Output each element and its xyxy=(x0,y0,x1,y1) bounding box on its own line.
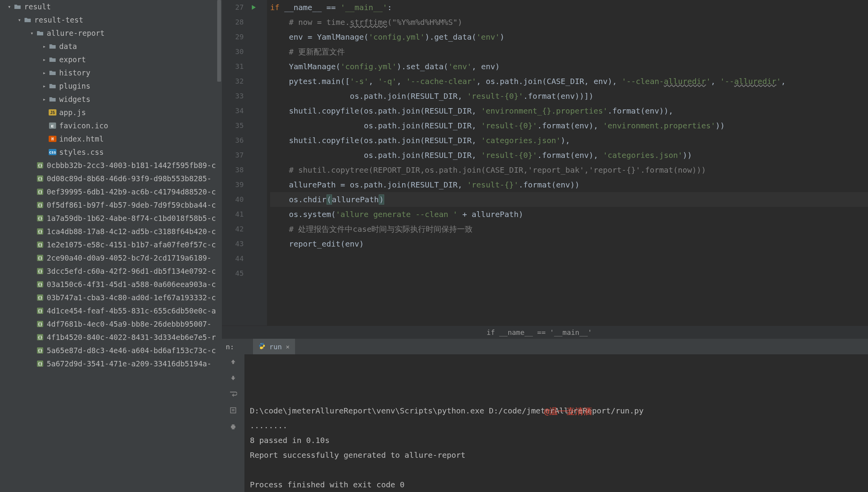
code-line[interactable]: pytest.main(['-s', '-q', '--cache-clear'… xyxy=(270,74,868,89)
tree-file[interactable]: {}4d1ce454-feaf-4b55-831c-655c6db50e0c-a xyxy=(0,304,222,317)
tree-folder[interactable]: ▸widgets xyxy=(0,93,222,106)
tree-file[interactable]: JSapp.js xyxy=(0,106,222,119)
line-number: 27 xyxy=(222,0,244,15)
tree-folder[interactable]: ▸export xyxy=(0,53,222,66)
line-number: 31 xyxy=(222,59,244,74)
tree-file[interactable]: {}5a65e87d-d8c3-4e46-a604-bd6af153c73c-c xyxy=(0,344,222,357)
line-number: 29 xyxy=(222,30,244,44)
line-number: 39 xyxy=(222,177,244,192)
code-line[interactable]: # now = time.strftime("%Y%m%d%H%M%S") xyxy=(270,15,868,30)
code-line[interactable]: YamlManage('config.yml').set_data('env',… xyxy=(270,59,868,74)
close-icon[interactable]: ✕ xyxy=(286,343,290,350)
run-tab[interactable]: run ✕ xyxy=(253,339,295,354)
tree-file[interactable]: {}03a150c6-4f31-45d1-a588-0a606eea903a-c xyxy=(0,278,222,291)
chevron-right-icon: ▸ xyxy=(40,56,48,63)
tree-file[interactable]: {}0ef39995-6db1-42b9-ac6b-c41794d88520-c xyxy=(0,185,222,198)
tree-file[interactable]: {}0f5df861-b97f-4b57-9deb-7d9f59cbba44-c… xyxy=(0,198,222,212)
tree-item-label: 3dcc5efd-c60a-42f2-96d1-db5f134e0792-cc xyxy=(47,267,220,275)
line-number: 35 xyxy=(222,118,244,133)
code-line[interactable]: allurePath = os.path.join(RESULT_DIR, 'r… xyxy=(270,177,868,192)
chevron-down-icon: ▾ xyxy=(16,17,23,23)
tree-item-label: favicon.ico xyxy=(59,121,108,130)
console-toolbar xyxy=(222,354,244,492)
tree-item-label: widgets xyxy=(59,95,90,103)
chevron-down-icon: ▾ xyxy=(5,4,13,10)
tree-item-label: 1a7a59db-1b62-4abe-8f74-c1bd018f58b5-c xyxy=(47,214,216,222)
project-tree-panel: ▾result▾result-test▾allure-report▸data▸e… xyxy=(0,0,222,492)
console-output[interactable]: @温一壶清酒 D:\code\jmeterAllureReport\venv\S… xyxy=(244,354,868,492)
tree-file[interactable]: ◧favicon.ico xyxy=(0,119,222,132)
line-number: 42 xyxy=(222,222,244,236)
code-line[interactable]: os.path.join(RESULT_DIR, 'result-{0}'.fo… xyxy=(270,118,868,133)
sidebar-scrollbar[interactable] xyxy=(216,0,222,492)
tree-item-label: 5a65e87d-d8c3-4e46-a604-bd6af153c73c-c xyxy=(47,346,216,355)
tree-file[interactable]: {}0cbbb32b-2cc3-4003-b181-1442f595fb89-c xyxy=(0,159,222,172)
tool-window-label: n: xyxy=(226,343,234,351)
tree-item-label: result xyxy=(24,2,51,11)
code-line[interactable]: shutil.copyfile(os.path.join(RESULT_DIR,… xyxy=(270,103,868,118)
tree-folder[interactable]: ▸history xyxy=(0,66,222,79)
tree-item-label: 0ef39995-6db1-42b9-ac6b-c41794d88520-c xyxy=(47,187,216,196)
tree-item-label: result-test xyxy=(34,16,83,24)
code-line[interactable]: # 更新配置文件 xyxy=(270,44,868,59)
code-line[interactable]: report_edit(env) xyxy=(270,236,868,251)
line-number: 43 xyxy=(222,236,244,251)
line-number: 30 xyxy=(222,44,244,59)
tree-item-label: history xyxy=(59,68,90,77)
soft-wrap-icon[interactable] xyxy=(229,391,237,399)
code-line[interactable]: os.path.join(RESULT_DIR, 'result-{0}'.fo… xyxy=(270,89,868,103)
svg-rect-3 xyxy=(231,426,235,428)
svg-rect-2 xyxy=(230,408,236,413)
up-arrow-icon[interactable] xyxy=(230,358,237,367)
tree-file[interactable]: {}1ca4db88-17a8-4c12-ad5b-c3188f64b420-c xyxy=(0,225,222,238)
line-number: 34 xyxy=(222,103,244,118)
tree-file[interactable]: {}2ce90a40-d0a9-4052-bc7d-2cd1719a6189- xyxy=(0,251,222,264)
tree-file[interactable]: {}5a672d9d-3541-471e-a209-33416db5194a- xyxy=(0,357,222,370)
python-icon xyxy=(258,342,265,351)
tree-item-label: 4df7681b-4ec0-45a9-bb8e-26debbb95007- xyxy=(47,320,211,328)
tree-file[interactable]: Hindex.html xyxy=(0,132,222,145)
tree-file[interactable]: {}1e2e1075-e58c-4151-b1b7-afa07fe0f57c-c… xyxy=(0,238,222,251)
code-editor[interactable]: 27282930313233343536373839404142434445 i… xyxy=(222,0,868,326)
tree-file[interactable]: {}3dcc5efd-c60a-42f2-96d1-db5f134e0792-c… xyxy=(0,264,222,278)
tree-item-label: styles.css xyxy=(59,148,104,156)
code-line[interactable]: if __name__ == '__main__': xyxy=(270,0,868,15)
run-tool-tabbar: n: run ✕ xyxy=(222,339,868,354)
tree-file[interactable]: {}4f1b4520-840c-4022-8431-3d334eb6e7e5-r xyxy=(0,331,222,344)
tree-file[interactable]: {}1a7a59db-1b62-4abe-8f74-c1bd018f58b5-c xyxy=(0,212,222,225)
code-line[interactable]: os.chdir(allurePath) xyxy=(270,192,868,207)
tree-file[interactable]: {}03b747a1-cba3-4c80-ad0d-1ef67a193332-c xyxy=(0,291,222,304)
code-line[interactable]: os.path.join(RESULT_DIR, 'result-{0}'.fo… xyxy=(270,148,868,163)
svg-rect-5 xyxy=(232,428,235,429)
code-line[interactable]: # shutil.copytree(REPORT_DIR,os.path.joi… xyxy=(270,163,868,177)
tree-item-label: 03b747a1-cba3-4c80-ad0d-1ef67a193332-c xyxy=(47,293,216,302)
tree-folder[interactable]: ▾result-test xyxy=(0,13,222,26)
tree-file[interactable]: {}0d08c89d-8b68-46d6-93f9-d98b553b8285- xyxy=(0,172,222,185)
scroll-to-end-icon[interactable] xyxy=(230,407,237,415)
editor-breadcrumb[interactable]: if __name__ == '__main__' xyxy=(222,326,868,339)
print-icon[interactable] xyxy=(230,423,237,432)
line-number: 40 xyxy=(222,192,244,207)
run-gutter-icon[interactable] xyxy=(251,4,257,12)
tree-item-label: export xyxy=(59,55,86,64)
line-number: 37 xyxy=(222,148,244,163)
tree-file[interactable]: cssstyles.css xyxy=(0,145,222,159)
gutter-icons xyxy=(249,0,261,326)
line-number: 32 xyxy=(222,74,244,89)
tree-folder[interactable]: ▾result xyxy=(0,0,222,13)
tree-item-label: 03a150c6-4f31-45d1-a588-0a606eea903a-c xyxy=(47,280,216,289)
code-line[interactable]: os.system('allure generate --clean ' + a… xyxy=(270,207,868,222)
line-number-gutter: 27282930313233343536373839404142434445 xyxy=(222,0,249,326)
watermark-text: @温一壶清酒 xyxy=(544,404,592,419)
tree-folder[interactable]: ▸plugins xyxy=(0,79,222,93)
tree-folder[interactable]: ▾allure-report xyxy=(0,26,222,40)
chevron-right-icon: ▸ xyxy=(40,70,48,76)
tree-file[interactable]: {}4df7681b-4ec0-45a9-bb8e-26debbb95007- xyxy=(0,317,222,331)
console-line: Process finished with exit code 0 xyxy=(250,477,868,492)
code-line[interactable]: # 处理报告文件中case时间与实际执行时间保持一致 xyxy=(270,222,868,236)
svg-rect-4 xyxy=(232,424,235,425)
code-line[interactable]: env = YamlManage('config.yml').get_data(… xyxy=(270,30,868,44)
tree-folder[interactable]: ▸data xyxy=(0,40,222,53)
down-arrow-icon[interactable] xyxy=(230,375,237,383)
code-line[interactable]: shutil.copyfile(os.path.join(RESULT_DIR,… xyxy=(270,133,868,148)
